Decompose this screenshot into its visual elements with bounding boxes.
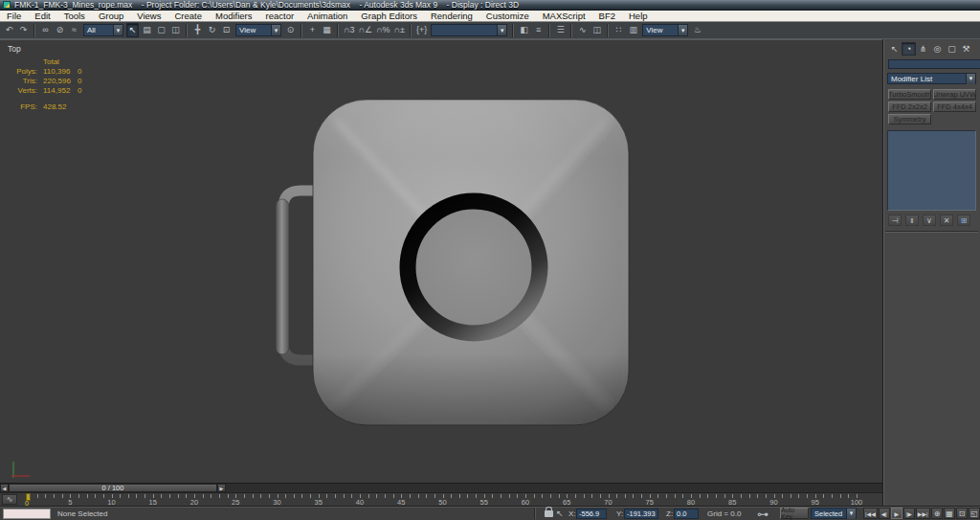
- tab-modify[interactable]: ◔: [902, 42, 916, 56]
- go-to-end-button[interactable]: ▶▶|: [916, 508, 930, 519]
- render-type-dropdown[interactable]: View▾: [642, 24, 688, 36]
- next-frame-button[interactable]: |▶: [903, 508, 915, 519]
- angle-snap-toggle[interactable]: ∩∠: [357, 23, 373, 37]
- show-end-result-toggle[interactable]: ‖: [905, 215, 919, 226]
- keyboard-shortcut-override-toggle[interactable]: ▦: [321, 23, 333, 37]
- undo-button[interactable]: ↶: [3, 23, 15, 37]
- mirror-button[interactable]: ◧: [518, 23, 530, 37]
- set-key-icon[interactable]: ⊶: [757, 508, 768, 520]
- render-scene-dialog-button[interactable]: ▥: [627, 23, 639, 37]
- menu-edit[interactable]: Edit: [28, 11, 56, 22]
- select-and-scale-button[interactable]: ⊡: [220, 23, 233, 37]
- tab-utilities[interactable]: ⚒: [959, 42, 973, 56]
- y-coordinate-field[interactable]: -191.393: [624, 509, 658, 519]
- x-coordinate-field[interactable]: -556.9: [576, 509, 607, 519]
- pin-stack-toggle[interactable]: ⊣: [888, 215, 902, 226]
- menu-group[interactable]: Group: [92, 11, 130, 22]
- menu-graph-editors[interactable]: Graph Editors: [354, 11, 424, 22]
- curve-editor-button[interactable]: ∿: [576, 23, 589, 37]
- schematic-view-button[interactable]: ◫: [590, 23, 603, 37]
- percent-snap-toggle[interactable]: ∩%: [375, 23, 390, 37]
- select-and-manipulate-button[interactable]: +: [306, 23, 319, 37]
- remove-modifier-button[interactable]: ✕: [940, 215, 953, 226]
- tab-display[interactable]: ▢: [945, 42, 959, 56]
- object-name-field[interactable]: [888, 59, 980, 69]
- mine-object[interactable]: [268, 92, 651, 441]
- selection-filter-dropdown[interactable]: All▾: [83, 24, 123, 36]
- menu-bf2[interactable]: BF2: [592, 11, 622, 22]
- edit-named-selection-sets-button[interactable]: {+}: [415, 23, 428, 37]
- viewport-label[interactable]: Top: [8, 44, 21, 54]
- configure-modifier-sets-button[interactable]: ⊞: [957, 215, 970, 226]
- align-button[interactable]: ≡: [532, 23, 545, 37]
- chevron-down-icon[interactable]: ▾: [846, 509, 856, 519]
- menu-animation[interactable]: Animation: [301, 11, 354, 22]
- snaps-toggle[interactable]: ∩3: [343, 23, 355, 37]
- modifier-button-ffd-2x2x2[interactable]: FFD 2x2x2: [888, 102, 931, 112]
- tab-motion[interactable]: ◎: [930, 42, 945, 56]
- modifier-list-dropdown[interactable]: Modifier List ▾: [887, 73, 976, 84]
- time-slider-handle[interactable]: 0 / 100: [9, 484, 217, 492]
- zoom-button[interactable]: ⊕: [931, 508, 943, 519]
- menu-rendering[interactable]: Rendering: [424, 11, 479, 22]
- tab-hierarchy[interactable]: ⋔: [916, 42, 930, 56]
- time-slider-prev-button[interactable]: ◀: [0, 484, 9, 492]
- go-to-start-button[interactable]: |◀◀: [863, 508, 878, 519]
- modifier-stack-list[interactable]: [887, 130, 976, 211]
- menu-file[interactable]: File: [0, 11, 28, 22]
- zoom-extents-all-button[interactable]: ▦: [944, 508, 955, 519]
- menu-reactor[interactable]: reactor: [259, 11, 301, 22]
- select-and-move-button[interactable]: ╋: [191, 23, 204, 37]
- bind-to-space-warp-button[interactable]: ≈: [68, 23, 80, 37]
- chevron-down-icon[interactable]: ▾: [966, 74, 975, 84]
- time-slider-track[interactable]: [226, 484, 882, 492]
- key-filter-dropdown[interactable]: Selected ▾: [811, 508, 857, 519]
- time-slider-next-button[interactable]: ▶: [217, 484, 226, 492]
- tab-create[interactable]: ↖: [887, 42, 902, 56]
- mini-curve-editor-button[interactable]: ∿: [2, 494, 17, 505]
- menu-modifiers[interactable]: Modifiers: [209, 11, 259, 22]
- title-bar[interactable]: FMK-1_FMK-3_Mines_rope.max - Project Fol…: [0, 0, 980, 11]
- maxscript-mini-listener[interactable]: [3, 509, 51, 519]
- redo-button[interactable]: ↷: [17, 23, 30, 37]
- select-and-link-button[interactable]: ∞: [39, 23, 52, 37]
- use-pivot-point-center-button[interactable]: ⊙: [284, 23, 297, 37]
- viewport-top[interactable]: Top TotalPolys:110,3960Tris:220,5960Vert…: [0, 39, 882, 483]
- chevron-down-icon[interactable]: ▾: [497, 25, 506, 35]
- material-editor-button[interactable]: ∷: [612, 23, 625, 37]
- menu-create[interactable]: Create: [167, 11, 209, 22]
- modifier-button-symmetry[interactable]: Symmetry: [888, 114, 931, 124]
- select-object-button[interactable]: ↖: [126, 23, 139, 37]
- selection-lock-icon[interactable]: [545, 510, 553, 517]
- zoom-region-button[interactable]: ⊡: [956, 508, 968, 519]
- menu-views[interactable]: Views: [130, 11, 167, 22]
- menu-tools[interactable]: Tools: [57, 11, 92, 22]
- previous-frame-button[interactable]: ◀|: [879, 508, 890, 519]
- modifier-button-ffd-4x4x4[interactable]: FFD 4x4x4: [933, 102, 976, 112]
- layer-manager-button[interactable]: ☰: [554, 23, 567, 37]
- spinner-snap-toggle[interactable]: ∩±: [393, 23, 406, 37]
- menu-customize[interactable]: Customize: [479, 11, 536, 22]
- modifier-button-turbosmooth[interactable]: TurboSmooth: [888, 89, 931, 100]
- named-selection-sets-dropdown[interactable]: ▾: [431, 24, 507, 36]
- select-and-rotate-button[interactable]: ↻: [206, 23, 218, 37]
- quick-render-button[interactable]: ♨: [691, 23, 703, 37]
- track-bar[interactable]: ∿ 0 510152025303540455055606570758085909…: [0, 492, 882, 506]
- rectangular-selection-region-button[interactable]: ▢: [155, 23, 167, 37]
- chevron-down-icon[interactable]: ▾: [113, 25, 122, 35]
- z-coordinate-field[interactable]: 0.0: [674, 509, 699, 519]
- maximize-viewport-toggle[interactable]: ◱: [969, 508, 980, 519]
- offset-mode-icon[interactable]: ↖: [556, 509, 564, 518]
- make-unique-button[interactable]: ∨: [923, 215, 936, 226]
- window-crossing-toggle[interactable]: ◫: [169, 23, 182, 37]
- menu-help[interactable]: Help: [622, 11, 655, 22]
- menu-maxscript[interactable]: MAXScript: [536, 11, 592, 22]
- chevron-down-icon[interactable]: ▾: [271, 25, 280, 35]
- play-animation-button[interactable]: ▶: [891, 508, 902, 519]
- unlink-selection-button[interactable]: ⊘: [54, 23, 66, 37]
- modifier-button-unwrap-uvw[interactable]: Unwrap UVW: [933, 89, 976, 100]
- chevron-down-icon[interactable]: ▾: [678, 25, 687, 35]
- auto-key-button[interactable]: Auto Key: [780, 508, 809, 519]
- reference-coordinate-system-dropdown[interactable]: View▾: [235, 24, 281, 36]
- select-by-name-button[interactable]: ▤: [141, 23, 153, 37]
